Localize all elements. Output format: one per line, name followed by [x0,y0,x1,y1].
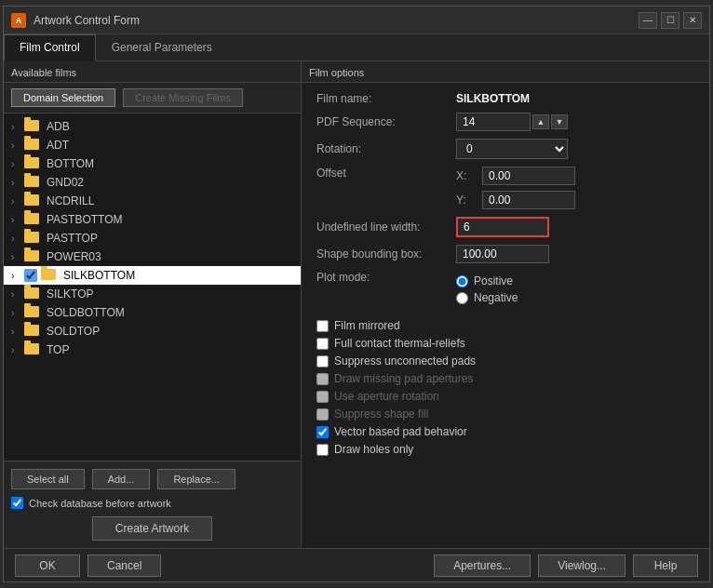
list-item[interactable]: ›NCDRILL [4,192,301,210]
option-checkbox[interactable] [316,426,329,438]
plot-positive-radio[interactable] [456,275,468,287]
ok-button[interactable]: OK [15,555,80,577]
option-checkbox-label: Use aperture rotation [334,390,439,403]
option-checkbox[interactable] [316,355,329,368]
film-name-item: POWER03 [47,250,101,263]
shape-bounding-box-input[interactable] [456,245,549,263]
film-name-item: BOTTOM [47,157,94,170]
tab-bar: Film Control General Parameters [4,34,709,61]
list-item[interactable]: ›SILKTOP [4,285,301,303]
domain-selection-button[interactable]: Domain Selection [11,88,115,107]
checkbox-item: Use aperture rotation [316,390,694,403]
minimize-button[interactable]: — [639,12,657,29]
check-database-checkbox[interactable] [11,497,23,509]
maximize-button[interactable]: ☐ [661,12,679,29]
list-item[interactable]: ›SOLDTOP [4,322,301,341]
checkbox-item: Draw holes only [316,443,694,456]
film-checkbox[interactable] [24,269,37,282]
bottom-right-buttons: Apertures... Viewlog... Help [434,555,698,577]
tab-film-control[interactable]: Film Control [4,34,96,61]
plot-negative-radio[interactable] [456,292,468,304]
offset-label: Offset [316,167,456,180]
pdf-seq-down-button[interactable]: ▼ [551,114,568,129]
film-name-item: TOP [47,343,69,356]
list-item[interactable]: ›BOTTOM [4,154,301,173]
offset-y-input[interactable] [482,191,575,209]
main-window: A Artwork Control Form — ☐ ✕ Film Contro… [3,6,710,582]
film-name-item: SILKBOTTOM [63,269,135,282]
list-item[interactable]: ›TOP [4,341,301,359]
options-checkboxes: Film mirroredFull contact thermal-relief… [316,312,694,456]
pdf-sequence-row: PDF Sequence: ▲ ▼ [316,113,694,131]
pdf-sequence-label: PDF Sequence: [316,115,456,128]
undefined-line-width-input[interactable] [456,217,549,237]
option-checkbox[interactable] [316,338,329,350]
list-item[interactable]: ›ADB [4,117,301,136]
plot-negative-row: Negative [456,291,518,304]
shape-bounding-box-label: Shape bounding box: [316,247,456,261]
option-checkbox-label: Draw missing pad apertures [334,372,473,385]
list-item[interactable]: ›SILKBOTTOM [4,266,301,285]
option-checkbox-label: Film mirrored [334,319,400,332]
create-missing-button[interactable]: Create Missing Films [123,88,243,107]
plot-positive-row: Positive [456,274,518,287]
offset-x-label: X: [456,169,475,182]
viewlog-button[interactable]: Viewlog... [538,555,626,577]
film-options-content: Film name: SILKBOTTOM PDF Sequence: ▲ ▼ … [302,83,709,548]
pdf-sequence-control: ▲ ▼ [456,113,568,131]
window-title: Artwork Control Form [34,14,639,27]
list-item[interactable]: ›POWER03 [4,247,301,266]
films-toolbar: Domain Selection Create Missing Films [4,83,301,114]
checkbox-item: Film mirrored [316,319,694,332]
apertures-button[interactable]: Apertures... [434,555,531,577]
option-checkbox-label: Vector based pad behavior [334,425,467,438]
app-icon: A [11,13,26,28]
undefined-line-width-row: Undefined line width: [316,217,694,237]
offset-y-row: Y: [456,191,575,209]
add-button[interactable]: Add... [92,469,151,489]
list-item[interactable]: ›ADT [4,136,301,154]
film-name-item: PASTTOP [47,232,98,245]
option-checkbox [316,373,329,385]
rotation-select[interactable]: 0 90 180 270 [456,139,568,159]
film-name-item: PASTBOTTOM [47,213,123,226]
option-checkbox-label: Full contact thermal-reliefs [334,337,465,350]
rotation-label: Rotation: [316,142,456,155]
pdf-seq-up-button[interactable]: ▲ [532,114,549,129]
close-button[interactable]: ✕ [683,12,702,29]
option-checkbox[interactable] [316,320,329,332]
check-database-label: Check database before artwork [29,498,171,509]
offset-x-input[interactable] [482,167,575,185]
select-all-button[interactable]: Select all [11,469,85,489]
film-name-row: Film name: SILKBOTTOM [316,92,694,105]
checkbox-item: Full contact thermal-reliefs [316,337,694,350]
checkbox-item: Suppress unconnected pads [316,354,694,368]
create-artwork-button[interactable]: Create Artwork [92,516,212,541]
undefined-line-width-label: Undefined line width: [316,220,456,234]
film-options-title: Film options [302,61,709,83]
plot-negative-label: Negative [474,291,518,304]
bottom-bar: OK Cancel Apertures... Viewlog... Help [4,548,709,581]
plot-mode-radio-group: Positive Negative [456,274,518,304]
replace-button[interactable]: Replace... [157,469,235,489]
films-bottom: Select all Add... Replace... Check datab… [4,461,301,548]
pdf-sequence-input[interactable] [456,113,531,131]
option-checkbox-label: Suppress shape fill [334,408,428,421]
tab-general-parameters[interactable]: General Parameters [96,34,228,60]
cancel-button[interactable]: Cancel [87,555,161,577]
offset-group: X: Y: [456,167,575,209]
list-item[interactable]: ›PASTTOP [4,229,301,247]
available-films-title: Available films [4,61,301,83]
plot-mode-row: Plot mode: Positive Negative [316,271,694,304]
help-button[interactable]: Help [633,555,698,577]
list-item[interactable]: ›GND02 [4,173,301,192]
list-item[interactable]: ›PASTBOTTOM [4,210,301,229]
list-item[interactable]: ›SOLDBOTTOM [4,303,301,322]
rotation-row: Rotation: 0 90 180 270 [316,139,694,159]
checkbox-item: Vector based pad behavior [316,425,694,438]
films-list: ›ADB›ADT›BOTTOM›GND02›NCDRILL›PASTBOTTOM… [4,114,301,461]
option-checkbox [316,408,329,421]
option-checkbox-label: Suppress unconnected pads [334,354,476,368]
film-name-item: SILKTOP [47,287,93,301]
option-checkbox[interactable] [316,444,329,456]
